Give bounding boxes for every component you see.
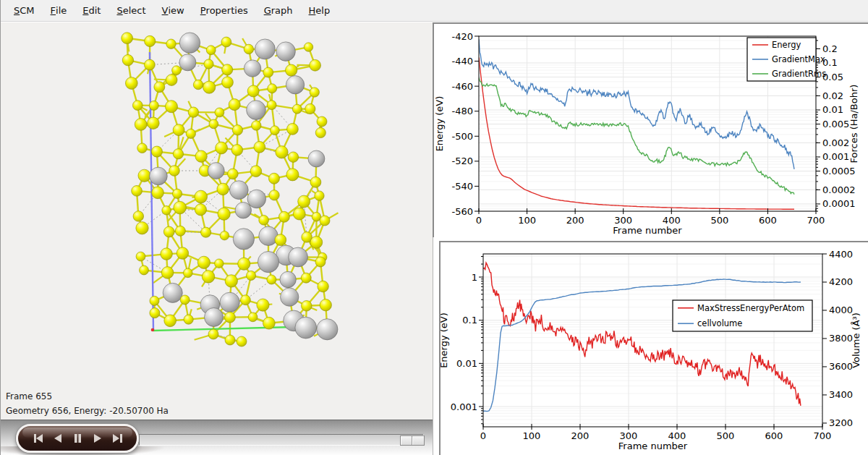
svg-text:0.001: 0.001 <box>451 401 477 412</box>
legend: MaxStressEnergyPerAtomcellvolume <box>673 300 812 331</box>
svg-text:300: 300 <box>620 430 638 441</box>
svg-text:0.01: 0.01 <box>456 358 477 369</box>
legend-entry: GradientRms <box>772 69 826 79</box>
right-axis-label: Forces (Ha/Bohr) <box>848 85 859 163</box>
legend-entry: cellvolume <box>697 318 742 328</box>
svg-text:-460: -460 <box>451 81 473 92</box>
pause-icon <box>72 433 84 444</box>
svg-text:-480: -480 <box>451 106 473 116</box>
svg-text:0.1: 0.1 <box>462 315 477 326</box>
amsmovie-window: SCMFileEditSelectViewPropertiesGraphHelp… <box>0 0 868 455</box>
svg-text:4400: 4400 <box>829 249 853 260</box>
svg-text:200: 200 <box>571 430 590 441</box>
to-start-icon <box>32 433 44 444</box>
svg-text:0.002: 0.002 <box>822 137 849 148</box>
svg-text:100: 100 <box>523 430 541 441</box>
menu-item-help[interactable]: Help <box>301 0 339 22</box>
menu-item-view[interactable]: View <box>154 0 192 22</box>
skip-to-end-button[interactable] <box>109 430 125 446</box>
svg-text:0.0001: 0.0001 <box>822 198 856 209</box>
panel-separator <box>433 22 433 455</box>
molecule-viewport[interactable]: Frame 655 Geometry 656, Energy: -20.5070… <box>0 22 433 455</box>
svg-text:4200: 4200 <box>829 276 853 287</box>
molecule-3d-view[interactable] <box>0 22 433 420</box>
play-icon <box>91 433 103 444</box>
left-axis-label: Energy (eV) <box>434 96 445 152</box>
svg-text:0.02: 0.02 <box>822 90 843 101</box>
geometry-energy-status: Geometry 656, Energy: -20.50700 Ha <box>6 406 169 416</box>
menu-item-scm[interactable]: SCM <box>6 0 43 22</box>
svg-text:0.2: 0.2 <box>822 43 838 54</box>
svg-text:4000: 4000 <box>829 305 853 315</box>
menu-item-file[interactable]: File <box>43 0 75 22</box>
svg-text:600: 600 <box>759 215 777 226</box>
step-back-button[interactable] <box>50 430 66 446</box>
svg-text:3600: 3600 <box>829 361 853 372</box>
svg-text:500: 500 <box>717 430 735 441</box>
svg-text:400: 400 <box>663 215 681 226</box>
svg-text:3200: 3200 <box>829 417 853 428</box>
menu-item-select[interactable]: Select <box>109 0 153 22</box>
right-axis-label: Volume (Å³) <box>851 312 861 368</box>
to-end-icon <box>111 433 124 444</box>
svg-text:-520: -520 <box>451 156 473 166</box>
window-left-edge <box>0 0 1 455</box>
menu-bar: SCMFileEditSelectViewPropertiesGraphHelp <box>0 0 868 22</box>
menu-item-properties[interactable]: Properties <box>192 0 256 22</box>
energy-gradients-chart[interactable]: 0100200300400500600700-420-440-460-480-5… <box>434 22 868 237</box>
player-bar <box>0 420 433 455</box>
svg-text:0: 0 <box>476 215 482 226</box>
slider-thumb-groove <box>412 436 412 445</box>
back-icon <box>51 433 64 444</box>
svg-text:-560: -560 <box>451 206 473 217</box>
svg-text:0.0005: 0.0005 <box>822 166 856 177</box>
svg-text:0.001: 0.001 <box>822 151 849 162</box>
svg-text:500: 500 <box>710 215 728 226</box>
legend-entry: MaxStressEnergyPerAtom <box>697 303 804 313</box>
menu-item-edit[interactable]: Edit <box>75 0 109 22</box>
svg-text:1: 1 <box>472 272 477 283</box>
playback-controls <box>16 424 139 453</box>
svg-text:700: 700 <box>814 430 832 441</box>
play-button[interactable] <box>90 430 106 446</box>
legend-entry: Energy <box>772 40 801 50</box>
x-axis-label: Frame number <box>618 441 688 451</box>
menu-item-graph[interactable]: Graph <box>256 0 301 22</box>
svg-text:3400: 3400 <box>829 389 853 400</box>
svg-text:300: 300 <box>614 215 632 226</box>
frame-slider-thumb[interactable] <box>400 435 425 446</box>
legend: EnergyGradientMaxGradientRms <box>747 38 826 81</box>
left-axis-label: Energy (eV) <box>438 312 449 368</box>
svg-text:200: 200 <box>566 215 584 226</box>
legend-entry: GradientMax <box>772 54 825 64</box>
skip-to-start-button[interactable] <box>30 430 46 446</box>
x-axis-label: Frame number <box>613 225 682 236</box>
svg-text:0: 0 <box>480 430 486 441</box>
frame-slider[interactable] <box>139 434 424 446</box>
svg-text:3800: 3800 <box>829 333 853 344</box>
svg-text:600: 600 <box>765 430 783 441</box>
svg-text:100: 100 <box>518 215 536 226</box>
frame-status: Frame 655 <box>6 391 52 401</box>
svg-text:-420: -420 <box>451 31 473 42</box>
svg-text:400: 400 <box>668 430 686 441</box>
svg-text:-440: -440 <box>451 56 473 67</box>
svg-text:-500: -500 <box>451 131 473 142</box>
svg-text:0.005: 0.005 <box>822 119 849 129</box>
svg-text:0.01: 0.01 <box>822 104 843 115</box>
pause-button[interactable] <box>69 430 85 446</box>
svg-text:700: 700 <box>807 215 825 226</box>
svg-text:0.0002: 0.0002 <box>822 184 856 195</box>
stress-volume-chart[interactable]: 010020030040050060070010.10.010.00144004… <box>434 241 868 455</box>
svg-text:-540: -540 <box>451 181 473 192</box>
